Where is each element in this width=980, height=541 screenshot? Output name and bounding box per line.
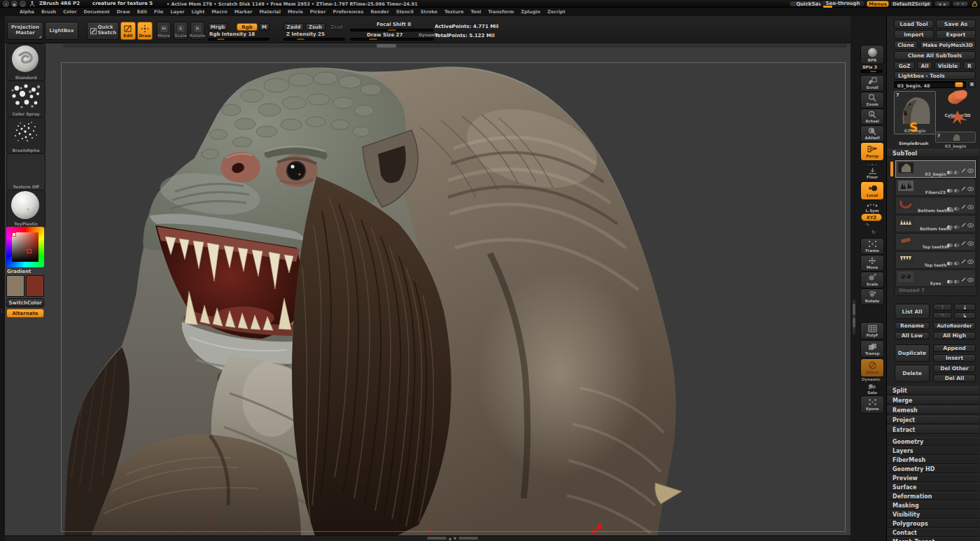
solo-button[interactable]: Solo xyxy=(860,382,884,395)
lock-icon[interactable] xyxy=(972,1,978,7)
transp-button[interactable]: Transp xyxy=(860,340,884,358)
scrollbar-handle[interactable] xyxy=(853,318,855,328)
slider-handle[interactable] xyxy=(217,38,225,40)
menu-item-stroke[interactable]: Stroke xyxy=(421,9,438,15)
focal-shift-slider[interactable] xyxy=(350,29,434,31)
gradient-label[interactable]: Gradient xyxy=(7,269,31,274)
minimize-icon[interactable]: ● xyxy=(11,1,18,7)
export-button[interactable]: Export xyxy=(936,30,976,39)
close-icon[interactable]: ✕ xyxy=(3,1,9,7)
menu-item-brush[interactable]: Brush xyxy=(41,9,56,15)
spix-slider[interactable] xyxy=(860,70,883,73)
polymesh3d-tool[interactable]: PolyMesh3D xyxy=(938,111,977,132)
move-button[interactable]: M Move xyxy=(157,22,171,40)
bpr-render-button[interactable]: BPR xyxy=(860,45,884,64)
all-high-button[interactable]: All High xyxy=(933,332,976,339)
slider-handle[interactable] xyxy=(955,82,963,87)
subtool-move-up-button[interactable]: ↷ xyxy=(933,312,952,319)
subtool-row-top-teethm[interactable]: Top teethM xyxy=(895,233,976,251)
uv-toggle-icon[interactable] xyxy=(954,182,960,195)
uv-toggle-icon[interactable] xyxy=(954,237,960,250)
surface-section-header[interactable]: Surface xyxy=(887,483,979,491)
subtool-row-bottom-teethm[interactable]: Bottom teethM xyxy=(895,197,976,214)
menu-item-alpha[interactable]: Alpha xyxy=(20,9,34,15)
visibility-section-header[interactable]: Visibility xyxy=(887,510,979,519)
scale-button[interactable]: S Scale xyxy=(174,22,188,40)
goz-all-button[interactable]: All xyxy=(917,62,932,70)
delete-button[interactable]: Delete xyxy=(895,365,930,382)
uv-toggle-icon[interactable] xyxy=(954,200,960,213)
visibility-eye-icon[interactable] xyxy=(967,278,974,282)
scroll-up-arrow-icon[interactable]: ▲ xyxy=(449,536,451,540)
geometry-section-header[interactable]: Geometry xyxy=(887,437,979,446)
menu-item-layer[interactable]: Layer xyxy=(170,9,184,15)
document-canvas[interactable]: ▲ ▼ xyxy=(0,43,850,541)
menu-item-draw[interactable]: Draw xyxy=(117,9,130,15)
lightbox-tools-button[interactable]: Lightbox › Tools xyxy=(894,71,976,80)
goz-visible-button[interactable]: Visible xyxy=(934,62,961,70)
geometry-hd-section-header[interactable]: Geometry HD xyxy=(887,465,979,473)
subtool-row-top-teeth[interactable]: Top teeth xyxy=(895,251,976,269)
split-section-header[interactable]: Split xyxy=(887,386,979,395)
scroll-down-arrow-icon[interactable]: ▼ xyxy=(454,536,456,540)
actual-size-button[interactable]: 1 Actual xyxy=(860,108,884,125)
quick-sketch-button[interactable]: Quick Sketch xyxy=(87,22,119,40)
local-button[interactable]: Local xyxy=(860,181,884,200)
xyz-button[interactable]: XYZ xyxy=(861,213,882,221)
rotate-canvas-button[interactable]: Rotate xyxy=(860,288,884,305)
brush-edit-icon[interactable] xyxy=(961,277,966,282)
visibility-eye-icon[interactable] xyxy=(967,187,974,191)
current-stroke-cell[interactable]: Color Spray xyxy=(6,80,46,118)
xpose-button[interactable]: Xpose xyxy=(860,395,884,414)
lsym-button[interactable]: L.Sym xyxy=(860,202,884,214)
polypaint-toggle-icon[interactable] xyxy=(947,200,953,213)
rotate-button[interactable]: R Rotate xyxy=(190,22,204,40)
del-other-button[interactable]: Del Other xyxy=(933,365,976,372)
insert-button[interactable]: Insert xyxy=(933,354,976,362)
recent-tool-thumbnail[interactable]: 7 xyxy=(935,132,976,143)
masking-section-header[interactable]: Masking xyxy=(887,501,979,510)
slider-handle[interactable] xyxy=(388,29,396,31)
z-intensity-slider[interactable] xyxy=(284,38,345,41)
rgb-intensity-slider[interactable] xyxy=(208,38,270,41)
menu-item-material[interactable]: Material xyxy=(260,9,281,15)
persp-button[interactable]: Persp xyxy=(860,142,884,161)
fibermesh-section-header[interactable]: FiberMesh xyxy=(887,456,979,464)
rotate-axis-icon-1[interactable]: ↷ xyxy=(865,223,869,228)
rotate-axis-icon-2[interactable]: ↻ xyxy=(872,230,876,235)
menus-toggle-button[interactable]: Menus xyxy=(867,1,889,7)
simplebrush-tool[interactable]: S SimpleBrush xyxy=(894,120,933,141)
del-all-button[interactable]: Del All xyxy=(933,374,976,382)
contact-section-header[interactable]: Contact xyxy=(887,528,979,537)
menu-item-edit[interactable]: Edit xyxy=(137,9,147,15)
alternate-button[interactable]: Alternate xyxy=(6,309,44,318)
subtool-down-button[interactable]: ↓ xyxy=(954,304,976,311)
brush-edit-icon[interactable] xyxy=(961,186,966,191)
polypaint-toggle-icon[interactable] xyxy=(947,182,953,195)
slider-handle[interactable] xyxy=(870,71,876,72)
menu-item-marker[interactable]: Marker xyxy=(234,9,253,15)
clone-all-subtools-button[interactable]: Clone All SubTools xyxy=(894,51,976,60)
color-picker[interactable] xyxy=(6,227,44,267)
visibility-eye-icon[interactable] xyxy=(967,260,974,264)
lightbox-button[interactable]: LightBox xyxy=(45,22,78,40)
current-material-cell[interactable]: ToyPlastic xyxy=(6,190,46,227)
menu-item-zscript[interactable]: Zscript xyxy=(547,9,566,15)
layers-section-header[interactable]: Layers xyxy=(887,447,979,455)
autoreorder-button[interactable]: AutoReorder xyxy=(933,322,976,330)
visibility-eye-icon[interactable] xyxy=(967,169,974,173)
import-button[interactable]: Import xyxy=(894,30,934,39)
visibility-eye-icon[interactable] xyxy=(967,241,974,246)
scrollbar-handle[interactable] xyxy=(853,304,855,315)
subtool-row-03-begin[interactable]: 03_begin xyxy=(895,160,976,178)
polypaint-toggle-icon[interactable] xyxy=(947,164,953,177)
move-canvas-button[interactable]: Move xyxy=(860,255,884,272)
scrollbar-handle[interactable] xyxy=(377,44,396,48)
brush-edit-icon[interactable] xyxy=(961,204,966,209)
shelf-resize-arrows-icon[interactable]: «» xyxy=(0,309,4,313)
cylinder3d-tool[interactable]: Cylinder3D xyxy=(938,90,977,113)
menu-item-stencil[interactable]: Stencil xyxy=(396,9,414,15)
floor-button[interactable]: Floor xyxy=(860,167,884,181)
tool-slider-r-button[interactable]: R xyxy=(968,81,976,88)
color-selector[interactable] xyxy=(27,249,31,253)
